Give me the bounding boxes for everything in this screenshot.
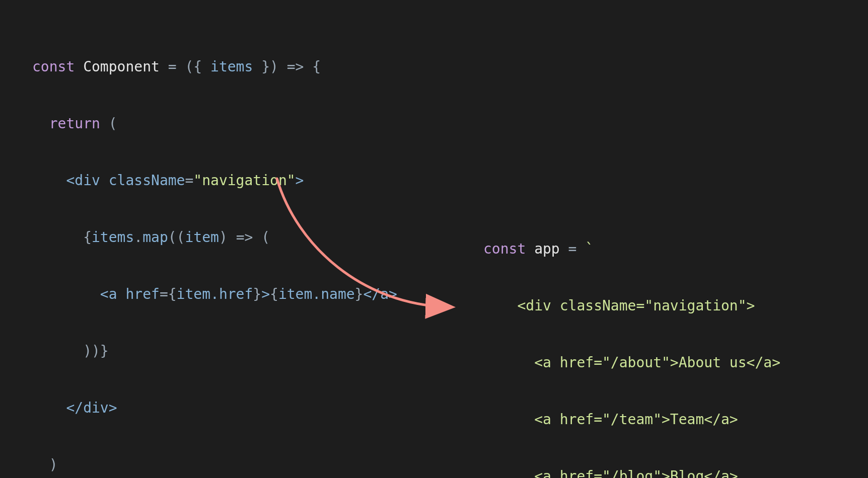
- code-line: </ div >: [32, 393, 397, 422]
- template-line: <div className="navigation">: [483, 299, 755, 313]
- paren-open: (: [109, 117, 117, 131]
- paren-close: ): [49, 458, 58, 472]
- code-diagram: const Component = ( { items } ) => { ret…: [0, 0, 868, 478]
- angle-close: >: [109, 401, 117, 415]
- code-line: <div className="navigation">: [483, 291, 806, 320]
- template-line: <a href="/blog">Blog</a>: [483, 469, 738, 479]
- output-html-code: const app = ` <div className="navigation…: [483, 206, 806, 478]
- jsx-brace-open: {: [83, 230, 92, 245]
- tag-a: a: [109, 287, 126, 301]
- param-items: items: [210, 60, 261, 74]
- angle-open-slash: </: [66, 401, 83, 415]
- code-line: <a href="/about">About us</a>: [483, 348, 806, 377]
- code-line: return (: [32, 109, 397, 138]
- code-line: const Component = ( { items } ) => {: [32, 52, 397, 81]
- attr-classname: className: [109, 174, 185, 188]
- code-line: const app = `: [483, 234, 806, 263]
- code-line: <a href="/team">Team</a>: [483, 405, 806, 434]
- method-map: map: [142, 230, 168, 245]
- closing-brackets: ))}: [83, 344, 109, 358]
- jsx-brace-close: }: [253, 287, 261, 301]
- identifier-component: Component: [83, 60, 168, 74]
- paren-open: (: [185, 60, 193, 74]
- angle-open: <: [100, 287, 109, 301]
- dot: .: [134, 230, 142, 245]
- attr-href: href: [125, 287, 159, 301]
- parens: ((: [168, 230, 185, 245]
- tag-div: div: [83, 401, 109, 415]
- transform-arrow-icon: [262, 176, 473, 317]
- template-line: <a href="/team">Team</a>: [483, 413, 738, 427]
- angle-open: <: [66, 174, 75, 188]
- tag-div: div: [75, 174, 108, 188]
- brace-close: }: [261, 60, 270, 74]
- template-line: <a href="/about">About us</a>: [483, 356, 780, 370]
- keyword-const: const: [483, 242, 534, 256]
- jsx-brace-open: {: [168, 287, 177, 301]
- code-line: <a href="/blog">Blog</a>: [483, 462, 806, 478]
- brace-open: {: [312, 60, 321, 74]
- arrow: =>: [287, 60, 313, 74]
- brace-open: {: [193, 60, 210, 74]
- code-line: ): [32, 450, 397, 478]
- identifier-items: items: [92, 230, 134, 245]
- equals: =: [185, 174, 193, 188]
- equals: =: [168, 60, 185, 74]
- identifier-app: app: [534, 242, 568, 256]
- backtick-open: `: [585, 242, 594, 256]
- expr-item-href: item.href: [177, 287, 253, 301]
- keyword-const: const: [32, 60, 83, 74]
- equals: =: [568, 242, 586, 256]
- keyword-return: return: [49, 117, 109, 131]
- equals: =: [160, 287, 168, 301]
- paren-close: ): [270, 60, 287, 74]
- param-item: item: [185, 230, 219, 245]
- paren-close: ): [219, 230, 236, 245]
- code-line: ))}: [32, 337, 397, 365]
- arrow: =>: [236, 230, 262, 245]
